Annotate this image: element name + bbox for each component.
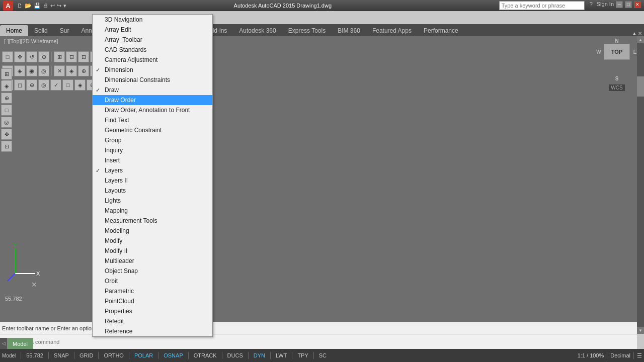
tb3-6[interactable]: □ [62, 79, 73, 90]
qa-redo-icon[interactable]: ↪ [57, 3, 61, 9]
ribbon-minimize-icon[interactable]: ▲ [632, 31, 637, 36]
tbl-4[interactable]: □ [1, 105, 12, 116]
command-input[interactable] [17, 339, 635, 345]
status-coord[interactable]: 55.782 [24, 352, 45, 358]
close-button[interactable]: ✕ [634, 1, 641, 8]
qa-open-icon[interactable]: 📂 [25, 3, 32, 9]
status-tpy[interactable]: TPY [295, 352, 310, 358]
status-sc[interactable]: SC [317, 352, 329, 358]
qa-save-icon[interactable]: 💾 [34, 3, 41, 9]
help-icon[interactable]: ? [590, 1, 593, 10]
tb2-7[interactable]: ⊕ [78, 65, 89, 76]
menu-item-cameraadjustment[interactable]: Camera Adjustment [93, 55, 212, 65]
status-ortho[interactable]: ORTHO [102, 352, 126, 358]
status-scale[interactable]: 1:1 / 100% [578, 352, 604, 358]
qa-print-icon[interactable]: 🖨 [43, 3, 48, 9]
menu-item-arraytoolbar[interactable]: Array_Toolbar [93, 35, 212, 45]
menu-item-parametric[interactable]: Parametric [93, 286, 212, 296]
tb3-2[interactable]: ◻ [14, 79, 25, 90]
tbl-7[interactable]: ⊡ [1, 141, 12, 152]
menu-item-dimensionalconstraints[interactable]: Dimensional Constraints [93, 75, 212, 85]
tab-autodesk360[interactable]: Autodesk 360 [233, 25, 282, 36]
status-ducs[interactable]: DUCS [225, 352, 245, 358]
status-osnap[interactable]: OSNAP [162, 352, 185, 358]
menu-item-draworderannotation[interactable]: Draw Order, Annotation to Front [93, 105, 212, 115]
tb-pan-btn[interactable]: ✥ [14, 51, 25, 62]
scrollbar-right[interactable]: ▲ ▼ [637, 36, 644, 334]
status-snap[interactable]: SNAP [52, 352, 71, 358]
tab-bim360[interactable]: BIM 360 [332, 25, 366, 36]
tab-solid[interactable]: Solid [28, 25, 54, 36]
menu-item-orbit[interactable]: Orbit [93, 276, 212, 286]
menu-item-properties[interactable]: Properties [93, 306, 212, 316]
tb-rotate-btn[interactable]: ↺ [26, 51, 37, 62]
menu-item-mapping[interactable]: Mapping [93, 206, 212, 216]
autocad-logo[interactable]: A [3, 1, 13, 11]
tb-snap-btn[interactable]: ⊞ [54, 51, 65, 62]
tab-scroll-left[interactable]: ◁ [0, 338, 7, 349]
menu-item-3dnavigation[interactable]: 3D Navigation [93, 15, 212, 25]
status-isolate-icon[interactable]: ☰ [637, 352, 642, 359]
menu-item-measurementtools[interactable]: Measurement Tools [93, 216, 212, 226]
menu-item-draworder[interactable]: Draw Order [93, 95, 212, 105]
tb2-3[interactable]: ◉ [26, 65, 37, 76]
tb3-3[interactable]: ⊕ [26, 79, 37, 90]
menu-item-modify2[interactable]: Modify II [93, 246, 212, 256]
tab-home[interactable]: Home [0, 25, 28, 36]
viewport-x-icon[interactable]: ✕ [31, 281, 37, 289]
status-dyn[interactable]: DYN [252, 352, 267, 358]
menu-item-reference[interactable]: Reference [93, 326, 212, 336]
tbl-6[interactable]: ✥ [1, 129, 12, 140]
menu-item-insert[interactable]: Insert [93, 155, 212, 165]
signin-label[interactable]: Sign In [597, 1, 614, 10]
tb2-6[interactable]: ◈ [66, 65, 77, 76]
tb-ortho-btn[interactable]: ⊡ [78, 51, 89, 62]
menu-item-draw[interactable]: Draw [93, 85, 212, 95]
menu-item-modeling[interactable]: Modeling [93, 226, 212, 236]
tbl-3[interactable]: ⊕ [1, 93, 12, 104]
menu-item-objectsnap[interactable]: Object Snap [93, 266, 212, 276]
menu-item-dimension[interactable]: Dimension [93, 65, 212, 75]
tbl-5[interactable]: ◎ [1, 117, 12, 128]
tb3-7[interactable]: ◈ [74, 79, 86, 90]
tb2-2[interactable]: ◈ [14, 65, 25, 76]
tab-performance[interactable]: Performance [418, 25, 464, 36]
scroll-down-arrow[interactable]: ▼ [637, 327, 644, 334]
tb3-5[interactable]: ✓ [50, 79, 61, 90]
scrollbar-thumb[interactable] [637, 76, 644, 97]
ribbon-close-icon[interactable]: ✕ [638, 31, 642, 36]
menu-item-geometricconstraint[interactable]: Geometric Constraint [93, 125, 212, 135]
tab-expresstools[interactable]: Express Tools [282, 25, 332, 36]
tb-viewport-btn[interactable]: □ [2, 51, 13, 62]
tbl-2[interactable]: ◈ [1, 80, 12, 92]
menu-item-multileader[interactable]: Multileader [93, 256, 212, 266]
menu-item-cadstandards[interactable]: CAD Standards [93, 45, 212, 55]
model-tab[interactable]: Model [7, 338, 33, 349]
menu-item-lights[interactable]: Lights [93, 196, 212, 206]
tb-grid-btn[interactable]: ⊟ [66, 51, 77, 62]
status-polar[interactable]: POLAR [132, 352, 155, 358]
scroll-up-arrow[interactable]: ▲ [637, 36, 644, 43]
keyword-search[interactable] [499, 1, 585, 10]
status-grid[interactable]: GRID [77, 352, 96, 358]
menu-item-arrayedit[interactable]: Array Edit [93, 25, 212, 35]
menu-item-pointcloud[interactable]: PointCloud [93, 296, 212, 306]
tb-zoom-btn[interactable]: ⊕ [38, 51, 49, 62]
tb2-4[interactable]: ◎ [38, 65, 49, 76]
menu-item-findtext[interactable]: Find Text [93, 115, 212, 125]
tab-surface[interactable]: Sur [54, 25, 75, 36]
status-lwt[interactable]: LWT [274, 352, 289, 358]
status-otrack[interactable]: OTRACK [192, 352, 219, 358]
tbl-1[interactable]: ⊞ [1, 68, 12, 79]
nav-top-button[interactable]: TOP [604, 44, 630, 60]
menu-item-refedit[interactable]: Refedit [93, 316, 212, 326]
tab-featuredapps[interactable]: Featured Apps [366, 25, 418, 36]
menu-item-inquiry[interactable]: Inquiry [93, 145, 212, 155]
qa-new-icon[interactable]: 🗋 [17, 3, 23, 9]
maximize-button[interactable]: □ [625, 1, 632, 8]
menu-item-layouts[interactable]: Layouts [93, 186, 212, 196]
tb3-4[interactable]: ◎ [38, 79, 49, 90]
menu-item-group[interactable]: Group [93, 135, 212, 145]
qa-undo-icon[interactable]: ↩ [50, 3, 55, 9]
menu-item-layers[interactable]: Layers [93, 165, 212, 175]
